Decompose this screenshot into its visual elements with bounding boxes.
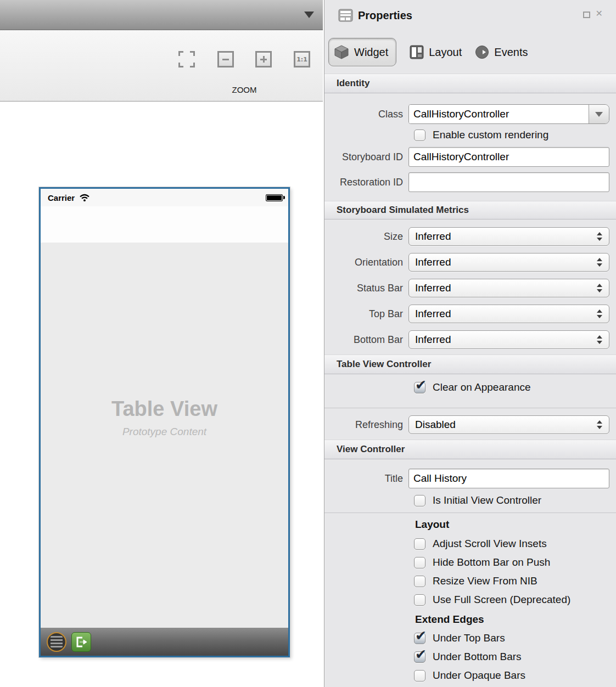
layout-group-title: Layout xyxy=(415,519,609,531)
section-header-view-controller: View Controller xyxy=(324,440,616,459)
is-initial-view-controller-checkbox[interactable] xyxy=(414,495,425,506)
size-popup[interactable]: Inferred xyxy=(408,227,609,246)
is-initial-view-controller-row: Is Initial View Controller xyxy=(324,494,609,506)
under-top-bars-row: Under Top Bars xyxy=(324,632,609,644)
orientation-popup[interactable]: Inferred xyxy=(408,253,609,272)
table-view[interactable]: Table View Prototype Content xyxy=(41,243,288,628)
zoom-actual-size-button[interactable]: 1:1 xyxy=(294,51,310,67)
refreshing-label: Refreshing xyxy=(324,419,408,431)
under-bottom-bars-row: Under Bottom Bars xyxy=(324,651,609,663)
under-opaque-bars-label: Under Opaque Bars xyxy=(433,669,525,682)
popup-stepper-icon xyxy=(597,309,602,318)
tab-layout-label: Layout xyxy=(429,46,462,59)
resize-view-from-nib-checkbox[interactable] xyxy=(414,576,425,587)
section-header-identity: Identity xyxy=(324,74,616,93)
top-bar-popup[interactable]: Inferred xyxy=(408,305,609,323)
storyboard-id-row: Storyboard ID xyxy=(324,147,609,167)
use-full-screen-label: Use Full Screen (Deprecated) xyxy=(433,594,570,606)
zoom-toolbar: 1:1 ZOOM xyxy=(0,30,323,102)
popup-stepper-icon xyxy=(597,284,602,292)
popup-stepper-icon xyxy=(597,258,602,267)
under-opaque-bars-row: Under Opaque Bars xyxy=(324,669,609,682)
extend-edges-group-title: Extend Edges xyxy=(415,613,609,626)
battery-icon xyxy=(266,194,283,201)
exit-segue-icon[interactable] xyxy=(71,632,91,652)
orientation-row: Orientation Inferred xyxy=(324,253,609,272)
status-bar-label: Status Bar xyxy=(324,283,408,294)
carrier-label: Carrier xyxy=(48,193,75,202)
is-initial-view-controller-label: Is Initial View Controller xyxy=(433,494,541,506)
refreshing-section: Refreshing Disabled xyxy=(324,408,616,440)
table-view-controller-scene[interactable]: Carrier Table View Prototype Content xyxy=(39,187,290,657)
scene-dock xyxy=(41,628,288,656)
storyboard-id-label: Storyboard ID xyxy=(324,151,408,163)
tab-events[interactable]: Events xyxy=(475,45,528,59)
bottom-bar-popup[interactable]: Inferred xyxy=(408,330,609,349)
top-bar-row: Top Bar Inferred xyxy=(324,305,609,323)
hide-bottom-bar-on-push-label: Hide Bottom Bar on Push xyxy=(433,556,550,568)
table-view-placeholder-subtitle: Prototype Content xyxy=(41,426,288,438)
popup-stepper-icon xyxy=(597,232,602,241)
storyboard-id-input[interactable] xyxy=(408,147,609,167)
section-header-table-view-controller: Table View Controller xyxy=(324,354,616,374)
zoom-in-icon xyxy=(260,56,267,63)
editor-pane: 1:1 ZOOM Carrier Table View Prototype Co… xyxy=(0,0,323,687)
title-input[interactable] xyxy=(408,469,609,488)
popup-stepper-icon xyxy=(597,420,602,429)
simulated-status-bar: Carrier xyxy=(41,189,288,206)
top-bar-label: Top Bar xyxy=(324,308,408,320)
adjust-scroll-view-insets-label: Adjust Scroll View Insets xyxy=(433,538,547,550)
under-opaque-bars-checkbox[interactable] xyxy=(414,670,425,682)
disclosure-triangle-icon[interactable] xyxy=(304,12,314,18)
use-full-screen-row: Use Full Screen (Deprecated) xyxy=(324,594,609,606)
restoration-id-input[interactable] xyxy=(408,172,609,192)
float-panel-icon[interactable] xyxy=(583,12,590,18)
properties-panel: Properties Widget Layout xyxy=(324,0,616,687)
hide-bottom-bar-on-push-checkbox[interactable] xyxy=(414,557,425,568)
storyboard-canvas[interactable]: Carrier Table View Prototype Content xyxy=(0,102,323,687)
status-bar-popup[interactable]: Inferred xyxy=(408,279,609,297)
wifi-icon xyxy=(79,194,90,202)
class-label: Class xyxy=(324,109,408,120)
events-icon xyxy=(475,45,489,59)
table-view-controller-icon[interactable] xyxy=(47,632,66,652)
class-input[interactable] xyxy=(409,105,589,123)
refreshing-popup[interactable]: Disabled xyxy=(408,415,609,434)
resize-view-from-nib-row: Resize View From NIB xyxy=(324,575,609,587)
clear-on-appearance-checkbox[interactable] xyxy=(414,382,425,393)
orientation-label: Orientation xyxy=(324,257,408,268)
popup-stepper-icon xyxy=(597,335,602,344)
under-top-bars-checkbox[interactable] xyxy=(414,633,425,644)
adjust-scroll-view-insets-checkbox[interactable] xyxy=(414,538,425,550)
document-header-bar xyxy=(0,0,323,30)
tab-widget[interactable]: Widget xyxy=(328,38,396,66)
section-simulated-metrics: Size Inferred Orientation Inferred Statu… xyxy=(324,219,616,354)
title-label: Title xyxy=(324,473,408,485)
zoom-one-to-one-icon: 1:1 xyxy=(296,56,307,63)
enable-custom-rendering-checkbox[interactable] xyxy=(414,129,425,141)
zoom-in-button[interactable] xyxy=(255,51,272,67)
table-view-header-area xyxy=(41,206,288,243)
size-row: Size Inferred xyxy=(324,227,609,246)
tab-layout[interactable]: Layout xyxy=(410,45,462,59)
clear-on-appearance-section: Clear on Appearance xyxy=(324,381,616,408)
clear-on-appearance-row: Clear on Appearance xyxy=(324,381,609,393)
zoom-to-fit-button[interactable] xyxy=(178,51,195,67)
layout-icon xyxy=(410,45,424,59)
enable-custom-rendering-row: Enable custom rendering xyxy=(324,129,609,141)
clear-on-appearance-label: Clear on Appearance xyxy=(433,381,531,393)
hide-bottom-bar-on-push-row: Hide Bottom Bar on Push xyxy=(324,556,609,568)
under-bottom-bars-checkbox[interactable] xyxy=(414,651,425,663)
under-bottom-bars-label: Under Bottom Bars xyxy=(433,651,522,663)
close-panel-icon[interactable] xyxy=(596,9,603,18)
class-dropdown-button[interactable] xyxy=(589,105,609,123)
section-identity: Class Enable custom rendering Storyboard… xyxy=(324,93,616,201)
class-combobox xyxy=(408,104,609,124)
tab-events-label: Events xyxy=(494,46,528,59)
title-row: Title xyxy=(324,469,609,488)
use-full-screen-checkbox[interactable] xyxy=(414,594,425,606)
zoom-out-icon xyxy=(222,59,229,60)
restoration-id-label: Restoration ID xyxy=(324,177,408,188)
tab-widget-label: Widget xyxy=(354,46,388,59)
zoom-out-button[interactable] xyxy=(217,51,234,67)
